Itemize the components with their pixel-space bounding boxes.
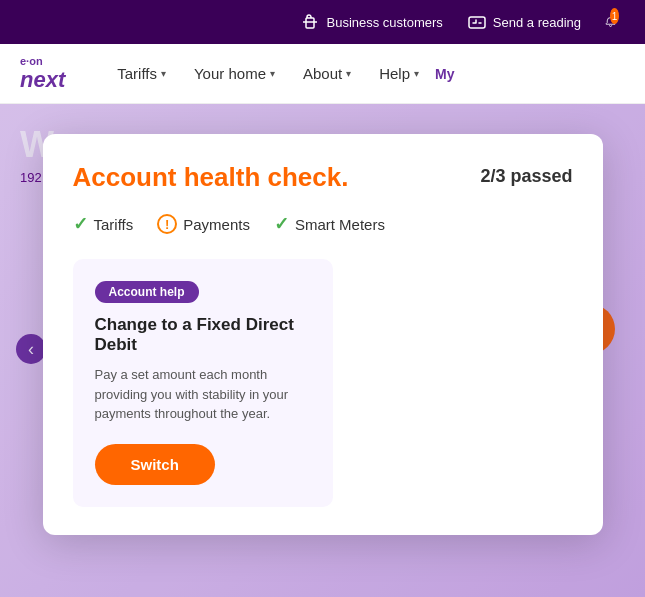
check-pass-icon: ✓ <box>73 213 88 235</box>
check-item-smart-meters: ✓ Smart Meters <box>274 213 385 235</box>
logo-eon-text: e·on <box>20 55 65 67</box>
business-customers-link[interactable]: Business customers <box>300 12 442 32</box>
svg-rect-0 <box>306 18 314 28</box>
chevron-down-icon: ▾ <box>161 68 166 79</box>
nav-tariffs-label: Tariffs <box>117 65 157 82</box>
chevron-down-icon: ▾ <box>346 68 351 79</box>
card-description: Pay a set amount each month providing yo… <box>95 365 311 424</box>
svg-rect-2 <box>469 17 485 28</box>
notification-icon: 1 <box>605 12 625 32</box>
account-help-card: Account help Change to a Fixed Direct De… <box>73 259 333 507</box>
nav-help[interactable]: Help ▾ <box>367 57 431 90</box>
logo-next-text: next <box>20 67 65 93</box>
nav-my-account[interactable]: My <box>435 66 454 82</box>
notification-count: 1 <box>610 8 619 24</box>
check-smart-meters-label: Smart Meters <box>295 216 385 233</box>
check-item-tariffs: ✓ Tariffs <box>73 213 134 235</box>
check-pass-icon: ✓ <box>274 213 289 235</box>
nav-about[interactable]: About ▾ <box>291 57 363 90</box>
send-reading-label: Send a reading <box>493 15 581 30</box>
briefcase-icon <box>300 12 320 32</box>
card-title: Change to a Fixed Direct Debit <box>95 315 311 355</box>
nav-your-home[interactable]: Your home ▾ <box>182 57 287 90</box>
notification-link[interactable]: 1 <box>605 12 625 32</box>
nav-my-account-label: My <box>435 66 454 82</box>
check-payments-label: Payments <box>183 216 250 233</box>
check-items-list: ✓ Tariffs ! Payments ✓ Smart Meters <box>73 213 573 235</box>
nav-bar: e·on next Tariffs ▾ Your home ▾ About ▾ … <box>0 44 645 104</box>
check-tariffs-label: Tariffs <box>94 216 134 233</box>
meter-icon <box>467 12 487 32</box>
modal-overlay: Account health check. 2/3 passed ✓ Tarif… <box>0 104 645 597</box>
check-warn-icon: ! <box>157 214 177 234</box>
logo[interactable]: e·on next <box>20 55 65 93</box>
nav-your-home-label: Your home <box>194 65 266 82</box>
nav-help-label: Help <box>379 65 410 82</box>
check-item-payments: ! Payments <box>157 214 250 234</box>
card-badge: Account help <box>95 281 199 303</box>
nav-about-label: About <box>303 65 342 82</box>
top-bar: Business customers Send a reading 1 <box>0 0 645 44</box>
chevron-down-icon: ▾ <box>270 68 275 79</box>
health-check-modal: Account health check. 2/3 passed ✓ Tarif… <box>43 134 603 535</box>
modal-title: Account health check. <box>73 162 349 193</box>
nav-items: Tariffs ▾ Your home ▾ About ▾ Help ▾ My <box>105 57 625 90</box>
send-reading-link[interactable]: Send a reading <box>467 12 581 32</box>
modal-header: Account health check. 2/3 passed <box>73 162 573 193</box>
switch-button[interactable]: Switch <box>95 444 215 485</box>
nav-tariffs[interactable]: Tariffs ▾ <box>105 57 178 90</box>
modal-passed: 2/3 passed <box>480 166 572 187</box>
chevron-down-icon: ▾ <box>414 68 419 79</box>
business-customers-label: Business customers <box>326 15 442 30</box>
